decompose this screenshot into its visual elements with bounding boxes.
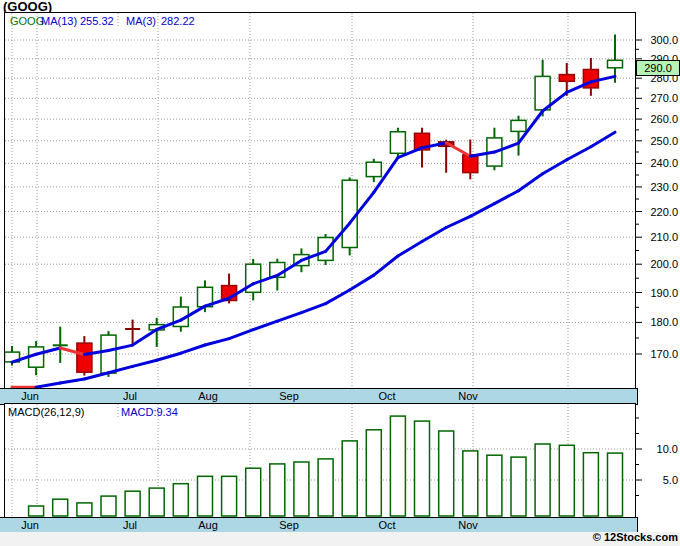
svg-text:200.0: 200.0 xyxy=(650,258,678,270)
current-price-tag: 290.0 xyxy=(636,60,680,76)
footer-strip xyxy=(0,532,680,546)
macd-legend: MACD(26,12,9) MACD:9.34 xyxy=(0,406,632,419)
month-label-nov: Nov xyxy=(458,519,478,531)
svg-text:190.0: 190.0 xyxy=(650,287,678,299)
stock-chart-page: { "header": { "title": "(GOOG)" }, "lege… xyxy=(0,0,680,546)
month-label-jul: Jul xyxy=(123,519,137,531)
main-chart-legend: GOOG MA(13) 255.32 MA(3) 282.22 xyxy=(0,15,632,28)
candlestick-canvas xyxy=(5,13,635,388)
month-label-aug: Aug xyxy=(198,390,218,402)
svg-text:180.0: 180.0 xyxy=(650,316,678,328)
macd-value-axis: 5.010.0 xyxy=(635,403,680,518)
ma3-label: MA(3) xyxy=(126,15,156,27)
svg-text:220.0: 220.0 xyxy=(650,206,678,218)
ma3-value: 282.22 xyxy=(161,15,195,27)
svg-text:260.0: 260.0 xyxy=(650,113,678,125)
symbol-label: GOOG xyxy=(10,15,44,27)
macd-params-label: MACD(26,12,9) xyxy=(8,406,84,418)
month-label-nov: Nov xyxy=(458,390,478,402)
svg-text:300.0: 300.0 xyxy=(650,34,678,46)
svg-text:5.0: 5.0 xyxy=(663,474,678,486)
svg-text:270.0: 270.0 xyxy=(650,92,678,104)
main-price-chart xyxy=(4,12,636,389)
month-label-sep: Sep xyxy=(279,519,299,531)
month-label-jun: Jun xyxy=(21,390,39,402)
macd-canvas xyxy=(5,404,635,517)
site-credit-link[interactable]: © 12Stocks.com xyxy=(593,531,678,543)
svg-text:170.0: 170.0 xyxy=(650,348,678,360)
svg-text:10.0: 10.0 xyxy=(657,443,678,455)
macd-panel xyxy=(4,403,636,518)
svg-text:250.0: 250.0 xyxy=(650,135,678,147)
ma13-label: MA(13) xyxy=(41,15,77,27)
svg-text:210.0: 210.0 xyxy=(650,231,678,243)
ma13-value: 255.32 xyxy=(80,15,114,27)
svg-text:240.0: 240.0 xyxy=(650,157,678,169)
svg-text:230.0: 230.0 xyxy=(650,181,678,193)
month-label-jun: Jun xyxy=(21,519,39,531)
month-label-oct: Oct xyxy=(378,519,395,531)
month-label-jul: Jul xyxy=(123,390,137,402)
month-label-aug: Aug xyxy=(198,519,218,531)
month-label-sep: Sep xyxy=(279,390,299,402)
month-label-oct: Oct xyxy=(378,390,395,402)
macd-value-label: MACD:9.34 xyxy=(121,406,178,418)
